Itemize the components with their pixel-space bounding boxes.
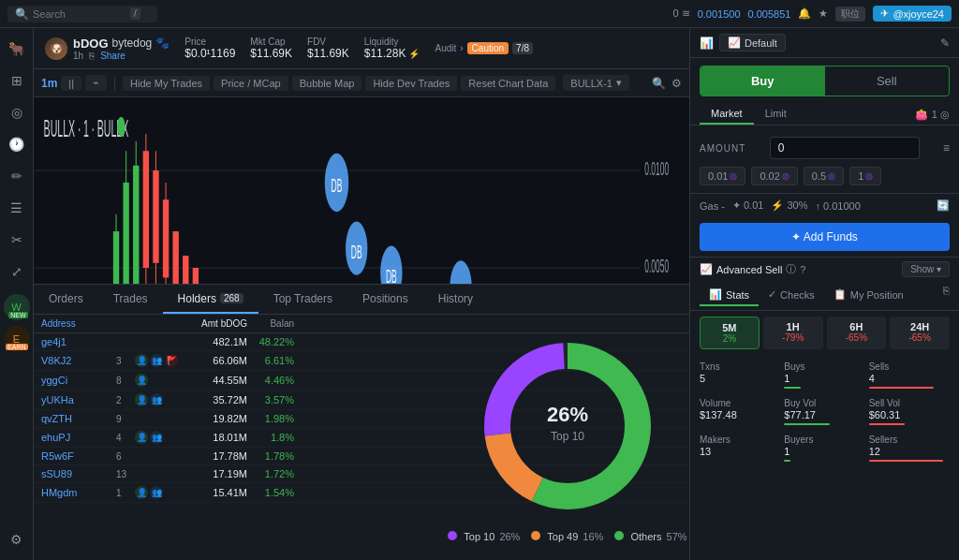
holder-icon-person: 👤 bbox=[135, 486, 148, 499]
stat-buys: Buys 1 bbox=[784, 359, 864, 391]
tab-market[interactable]: Market bbox=[700, 104, 754, 125]
sell-button[interactable]: Sell bbox=[825, 66, 950, 96]
left-sidebar: 🐂 ⊞ ◎ 🕐 ✏ ☰ ✂ ⤢ W NEW E EARN ⚙ bbox=[0, 28, 34, 560]
pair-selector[interactable]: BULLX-1 ▾ bbox=[563, 75, 629, 91]
show-button[interactable]: Show ▾ bbox=[902, 261, 950, 277]
amount-opt-1[interactable]: 1◎ bbox=[849, 167, 881, 185]
holder-icon-group: 👥 bbox=[150, 354, 163, 367]
time-cell-5m[interactable]: 5M 2% bbox=[700, 317, 760, 349]
bell-icon[interactable]: 🔔 bbox=[798, 7, 811, 20]
toolbar-separator bbox=[114, 76, 115, 91]
tab-top-traders[interactable]: Top Traders bbox=[258, 285, 347, 314]
stat-sellers: Sellers 12 bbox=[869, 432, 950, 464]
position-icon: 📋 bbox=[834, 288, 847, 301]
buy-button[interactable]: Buy bbox=[701, 66, 825, 96]
stats-share-icon[interactable]: ⎘ bbox=[943, 285, 950, 306]
tab-holders[interactable]: Holders 268 bbox=[163, 285, 258, 314]
token-verified: 🐾 bbox=[155, 37, 170, 50]
top-bar: 🔍 / 0 ≋ 0.001500 0.005851 🔔 ★ 职位 ✈ @xjoy… bbox=[0, 0, 959, 28]
svg-point-8 bbox=[117, 117, 125, 137]
holder-icon-person: 👤 bbox=[135, 431, 148, 444]
adv-question-icon[interactable]: ? bbox=[800, 264, 805, 275]
gas-sol: ✦ 0.01 bbox=[732, 199, 763, 212]
sidebar-item-portfolio[interactable]: ◎ bbox=[4, 99, 30, 125]
chart-indicators[interactable]: ⌁ bbox=[85, 75, 107, 91]
amount-menu-icon[interactable]: ≡ bbox=[943, 141, 950, 155]
adv-info-icon[interactable]: ⓘ bbox=[786, 262, 796, 276]
sidebar-item-history[interactable]: 🕐 bbox=[4, 131, 30, 157]
default-button[interactable]: 📈 Default bbox=[719, 34, 786, 52]
gas-refresh-icon[interactable]: 🔄 bbox=[937, 199, 950, 212]
tab-history[interactable]: History bbox=[423, 285, 488, 314]
sol-price: 0.001500 bbox=[698, 8, 741, 20]
token-copy[interactable]: ⎘ bbox=[89, 51, 95, 61]
time-cell-6h[interactable]: 6H -65% bbox=[827, 317, 887, 349]
token-audit[interactable]: Audit › Caution 7/8 bbox=[435, 42, 533, 54]
sidebar-item-wallet[interactable]: W NEW bbox=[4, 294, 30, 320]
buy-sell-toggle: Buy Sell bbox=[700, 66, 950, 96]
chart-settings[interactable]: 🔍 ⚙ bbox=[652, 77, 682, 90]
token-name: bDOG bbox=[73, 37, 109, 51]
tab-my-position[interactable]: 📋 My Position bbox=[824, 285, 913, 306]
search-input[interactable] bbox=[33, 8, 126, 20]
stat-txns: Txns 5 bbox=[700, 359, 780, 391]
chart-icon: 📈 bbox=[728, 37, 741, 49]
gas-row: Gas - ✦ 0.01 ⚡ 30% ↑ 0.01000 🔄 bbox=[690, 193, 959, 217]
stat-volume: Volume $137.48 bbox=[700, 395, 780, 428]
sidebar-item-earn[interactable]: E EARN bbox=[4, 326, 30, 352]
chart-search-icon[interactable]: 🔍 bbox=[652, 77, 666, 90]
token-fullname: bytedog bbox=[112, 37, 153, 50]
job-badge[interactable]: 职位 bbox=[835, 7, 865, 22]
gas-label: Gas - bbox=[700, 200, 725, 212]
tab-checks[interactable]: ✓ Checks bbox=[759, 285, 824, 306]
hide-my-trades-btn[interactable]: Hide My Trades bbox=[123, 76, 210, 91]
sidebar-item-settings[interactable]: ⚙ bbox=[4, 526, 30, 553]
amount-options: 0.01◎ 0.02◎ 0.5◎ 1◎ bbox=[690, 163, 959, 189]
svg-text:BULLX · 1 · BULLX: BULLX · 1 · BULLX bbox=[44, 114, 129, 141]
token-timeframe[interactable]: 1h bbox=[73, 51, 83, 61]
telegram-icon: ✈ bbox=[880, 7, 889, 20]
stats-chart-icon: 📊 bbox=[709, 288, 722, 301]
reset-chart-btn[interactable]: Reset Chart Data bbox=[461, 76, 555, 91]
tab-limit[interactable]: Limit bbox=[754, 104, 798, 125]
sidebar-item-list[interactable]: ☰ bbox=[4, 195, 30, 221]
chart-gear-icon[interactable]: ⚙ bbox=[671, 77, 682, 90]
stat-sell-vol: Sell Vol $60.31 bbox=[869, 395, 950, 428]
edit-icon[interactable]: ✎ bbox=[940, 37, 950, 50]
star-icon[interactable]: ★ bbox=[819, 7, 828, 20]
timeframe-1m[interactable]: 1m bbox=[41, 77, 57, 90]
search-container[interactable]: 🔍 / bbox=[7, 6, 157, 22]
sidebar-item-resize[interactable]: ⤢ bbox=[4, 258, 30, 285]
add-funds-button[interactable]: ✦ Add Funds bbox=[700, 223, 950, 251]
token-mktcap-stat: Mkt Cap $11.69K bbox=[250, 37, 292, 60]
amount-opt-002[interactable]: 0.02◎ bbox=[751, 167, 797, 185]
gas-price: ↑ 0.01000 bbox=[815, 200, 860, 212]
tab-orders[interactable]: Orders bbox=[34, 285, 98, 314]
stats-time-grid: 5M 2% 1H -79% 6H -65% 24H -65% bbox=[690, 311, 959, 355]
tab-trades[interactable]: Trades bbox=[98, 285, 163, 314]
amount-opt-05[interactable]: 0.5◎ bbox=[804, 167, 844, 185]
hide-dev-trades-btn[interactable]: Hide Dev Trades bbox=[365, 76, 457, 91]
sidebar-item-home[interactable]: ⊞ bbox=[4, 67, 30, 94]
share-link[interactable]: Share bbox=[100, 51, 125, 61]
advanced-sell-label: 📈 Advanced Sell ⓘ ? bbox=[700, 262, 805, 276]
bubble-map-btn[interactable]: Bubble Map bbox=[292, 76, 362, 91]
sidebar-item-pencil[interactable]: ✏ bbox=[4, 163, 30, 189]
tab-positions[interactable]: Positions bbox=[347, 285, 423, 314]
price-mcap-btn[interactable]: Price / MCap bbox=[214, 76, 288, 91]
legend-others: Others 57% bbox=[614, 531, 686, 542]
svg-text:26%: 26% bbox=[547, 403, 588, 426]
amount-input[interactable] bbox=[770, 137, 920, 159]
time-cell-1h[interactable]: 1H -79% bbox=[763, 317, 823, 349]
telegram-button[interactable]: ✈ @xjoyce24 bbox=[873, 6, 952, 22]
time-cell-24h[interactable]: 24H -65% bbox=[890, 317, 950, 349]
donut-chart: 26% Top 10 bbox=[474, 332, 661, 520]
sidebar-item-scissors[interactable]: ✂ bbox=[4, 227, 30, 253]
tab-stats[interactable]: 📊 Stats bbox=[700, 285, 759, 306]
token-avatar: 🐶 bbox=[45, 37, 67, 60]
svg-text:DB: DB bbox=[351, 241, 362, 261]
chart-bars-icon: 📊 bbox=[700, 37, 714, 50]
stat-buyers: Buyers 1 bbox=[784, 432, 864, 464]
chart-candles[interactable]: || bbox=[61, 76, 81, 91]
amount-opt-001[interactable]: 0.01◎ bbox=[700, 167, 745, 185]
